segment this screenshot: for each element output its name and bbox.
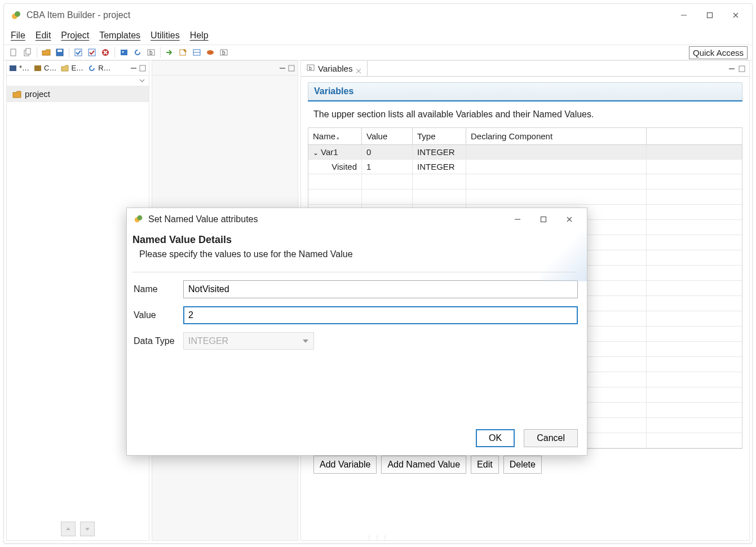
add-variable-button[interactable]: Add Variable xyxy=(313,456,377,474)
minimize-view-icon[interactable] xyxy=(130,64,138,72)
toolbar-arrow-icon[interactable] xyxy=(164,47,175,58)
value-input[interactable] xyxy=(183,306,578,324)
toolbar: b b Quick Access xyxy=(4,45,752,60)
maximize-button[interactable] xyxy=(697,6,723,24)
folder-icon xyxy=(12,90,21,98)
toolbar-split-icon[interactable] xyxy=(191,47,202,58)
toolbar-open-icon[interactable] xyxy=(41,47,52,58)
left-tabs: *… C… E… R… xyxy=(7,61,149,76)
dialog-subheading: Please specify the values to use for the… xyxy=(132,249,578,270)
cancel-button[interactable]: Cancel xyxy=(524,429,578,447)
add-named-value-button[interactable]: Add Named Value xyxy=(381,456,466,474)
titlebar: CBA Item Builder - project xyxy=(4,4,752,27)
toolbar-var-b2-icon[interactable]: b xyxy=(218,47,229,58)
svg-rect-29 xyxy=(140,65,145,71)
svg-rect-37 xyxy=(739,66,745,72)
label-value: Value xyxy=(132,310,183,320)
left-tab-3[interactable]: E… xyxy=(59,61,86,75)
toolbar-refresh-icon[interactable] xyxy=(132,47,143,58)
tab-label: Variables xyxy=(318,64,352,73)
dialog-title: Set Named Value attributes xyxy=(148,214,258,224)
menubar: File Edit Project Templates Utilities He… xyxy=(4,27,752,45)
toolbar-check-icon[interactable] xyxy=(73,47,84,58)
svg-rect-28 xyxy=(131,68,136,69)
edit-button[interactable]: Edit xyxy=(471,456,499,474)
dialog-close-button[interactable] xyxy=(556,210,582,228)
section-description: The upper section lists all available Va… xyxy=(308,102,742,125)
toolbar-copy-icon[interactable] xyxy=(22,47,33,58)
minimize-view3-icon[interactable] xyxy=(728,65,736,73)
close-button[interactable] xyxy=(723,6,749,24)
svg-rect-11 xyxy=(75,49,82,56)
toolbar-edit-icon[interactable] xyxy=(178,47,189,58)
ok-button[interactable]: OK xyxy=(476,429,515,447)
label-name: Name xyxy=(132,284,183,294)
dialog-heading: Named Value Details xyxy=(132,232,578,249)
toolbar-ellipse-icon[interactable] xyxy=(205,47,216,58)
table-row xyxy=(308,189,742,205)
minimize-button[interactable] xyxy=(671,6,697,24)
menu-project[interactable]: Project xyxy=(61,30,89,41)
svg-rect-3 xyxy=(708,13,713,18)
maximize-view2-icon[interactable] xyxy=(288,64,295,72)
svg-rect-36 xyxy=(729,68,735,69)
toolbar-check2-icon[interactable] xyxy=(86,47,98,58)
svg-point-1 xyxy=(15,11,20,17)
svg-point-23 xyxy=(207,50,214,55)
svg-rect-41 xyxy=(541,217,546,222)
left-tab-2[interactable]: C… xyxy=(32,61,59,75)
col-value[interactable]: Value xyxy=(362,128,413,144)
svg-rect-12 xyxy=(89,49,95,56)
toolbar-new-icon[interactable] xyxy=(8,47,20,58)
svg-rect-6 xyxy=(11,49,16,56)
menu-help[interactable]: Help xyxy=(190,30,209,41)
table-row[interactable]: ⌄Var10INTEGER xyxy=(308,145,742,160)
dialog-minimize-button[interactable] xyxy=(505,210,530,228)
toolbar-save-icon[interactable] xyxy=(54,47,65,58)
menu-edit[interactable]: Edit xyxy=(36,30,51,41)
menu-utilities[interactable]: Utilities xyxy=(151,30,180,41)
dialog-maximize-button[interactable] xyxy=(530,210,556,228)
tab-variables[interactable]: b Variables xyxy=(301,61,368,76)
svg-point-39 xyxy=(137,215,142,220)
view-menu-icon[interactable] xyxy=(139,76,145,86)
name-input[interactable] xyxy=(183,280,578,298)
section-header: Variables xyxy=(308,82,742,100)
col-name[interactable]: Name▴ xyxy=(308,128,362,144)
close-tab-icon[interactable] xyxy=(356,66,361,72)
label-datatype: Data Type xyxy=(132,336,183,346)
menu-file[interactable]: File xyxy=(11,30,25,41)
variables-tab-icon: b xyxy=(307,64,315,73)
named-value-dialog: Set Named Value attributes Named Value D… xyxy=(126,208,587,456)
col-empty xyxy=(647,128,742,144)
nav-down-button[interactable] xyxy=(80,522,95,536)
svg-text:b: b xyxy=(149,50,153,56)
quick-access-button[interactable]: Quick Access xyxy=(689,46,748,59)
maximize-view-icon[interactable] xyxy=(139,64,147,72)
dialog-icon xyxy=(134,214,144,226)
table-row[interactable]: Visited1INTEGER xyxy=(308,160,742,174)
toolbar-var-b-icon[interactable]: b xyxy=(145,47,157,58)
svg-point-17 xyxy=(122,51,124,53)
svg-text:b: b xyxy=(222,50,226,56)
col-type[interactable]: Type xyxy=(413,128,466,144)
nav-up-button[interactable] xyxy=(61,522,76,536)
tree-item-project[interactable]: project xyxy=(7,86,149,102)
svg-rect-10 xyxy=(58,50,62,52)
minimize-view2-icon[interactable] xyxy=(278,64,286,72)
left-tab-1[interactable]: *… xyxy=(7,61,32,75)
toolbar-image-icon[interactable] xyxy=(118,47,130,58)
maximize-view3-icon[interactable] xyxy=(738,65,746,73)
svg-rect-30 xyxy=(280,68,285,69)
menu-templates[interactable]: Templates xyxy=(99,30,140,41)
tree-item-label: project xyxy=(25,89,50,99)
svg-rect-26 xyxy=(10,65,16,71)
svg-text:b: b xyxy=(309,65,312,71)
toolbar-error-icon[interactable] xyxy=(100,47,111,58)
left-tab-4[interactable]: R… xyxy=(86,61,113,75)
svg-rect-8 xyxy=(26,48,30,54)
col-declaring-component[interactable]: Declaring Component xyxy=(466,128,647,144)
app-icon xyxy=(11,10,22,21)
resize-handle[interactable]: ⋮⋮⋮ xyxy=(366,535,390,541)
delete-button[interactable]: Delete xyxy=(503,456,542,474)
